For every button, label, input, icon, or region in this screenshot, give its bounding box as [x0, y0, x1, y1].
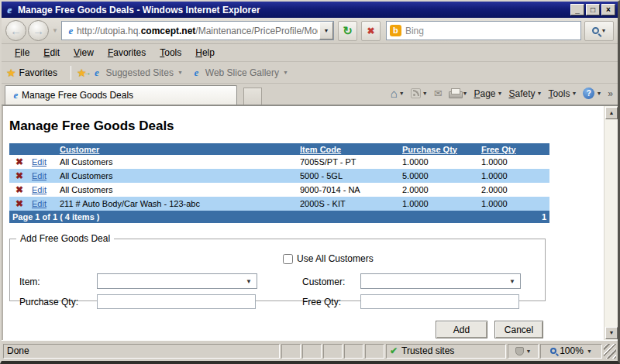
minimize-button[interactable]: _	[570, 4, 584, 15]
edit-link[interactable]: Edit	[32, 157, 46, 167]
delete-column-header	[9, 143, 29, 155]
purchase-qty-input[interactable]	[97, 294, 256, 309]
free-qty-input[interactable]	[360, 294, 519, 309]
item-select[interactable]: ▼	[97, 273, 257, 289]
web-slice-dropdown-icon[interactable]: ▼	[283, 70, 288, 75]
use-all-customers-checkbox[interactable]	[283, 254, 293, 264]
zoom-cell[interactable]: 100% ▼	[540, 344, 602, 359]
deals-table: Customer Item Code Purchase Qty Free Qty…	[9, 143, 549, 211]
menu-file[interactable]: File	[8, 46, 36, 60]
command-bar: ⌂▼ ▼ ✉ ▼ Page▼ Safety▼ Tools▼ ?▼ »	[262, 84, 615, 105]
refresh-icon: ↻	[343, 24, 353, 38]
feeds-button[interactable]: ▼	[409, 87, 429, 100]
back-button[interactable]: ←	[5, 20, 26, 41]
table-pager: Page 1 of 1 ( 4 items ) 1	[9, 211, 549, 223]
suggested-sites-dropdown-icon[interactable]: ▼	[177, 70, 183, 75]
address-dropdown-button[interactable]: ▼	[319, 22, 333, 39]
suggested-sites-icon: e	[91, 67, 102, 79]
safety-menu-label: Safety	[508, 88, 535, 99]
edit-link[interactable]: Edit	[32, 185, 46, 194]
cell-free-qty: 1.0000	[479, 155, 549, 169]
search-dropdown-icon[interactable]: ▼	[601, 28, 607, 33]
menu-favorites[interactable]: Favorites	[101, 46, 153, 60]
tab-manage-free-goods-deals[interactable]: e Manage Free Goods Deals	[5, 85, 237, 105]
scroll-down-button[interactable]: ▼	[605, 327, 618, 339]
edit-link[interactable]: Edit	[32, 199, 46, 208]
edit-link[interactable]: Edit	[32, 171, 46, 180]
table-row: ✖ Edit 211 # Auto Body/Car Wash - 123-ab…	[9, 197, 549, 211]
suggested-sites-button[interactable]: Suggested Sites	[105, 67, 173, 78]
safety-dropdown-icon: ▼	[536, 91, 542, 96]
url-text[interactable]: http://utopia.hq.comcept.net/Maintenance…	[77, 26, 318, 36]
menu-help[interactable]: Help	[188, 46, 222, 60]
page-menu-button[interactable]: Page▼	[472, 87, 504, 101]
zoom-dropdown-icon[interactable]: ▼	[587, 349, 592, 354]
add-favorite-arrow-icon: →	[83, 68, 91, 77]
protected-mode-cell[interactable]: ▼	[508, 344, 539, 359]
refresh-button[interactable]: ↻	[338, 21, 357, 41]
close-button[interactable]: ×	[601, 4, 615, 15]
delete-icon[interactable]: ✖	[16, 198, 23, 209]
table-row: ✖ Edit All Customers 9000-7014 - NA 2.00…	[9, 183, 549, 197]
print-button[interactable]: ▼	[447, 87, 470, 100]
history-dropdown-icon[interactable]: ▼	[52, 27, 58, 34]
column-header-item-code[interactable]: Item Code	[298, 143, 400, 155]
menu-tools[interactable]: Tools	[153, 46, 188, 60]
cell-free-qty: 1.0000	[479, 197, 549, 211]
cancel-button[interactable]: Cancel	[494, 321, 543, 338]
new-tab-button[interactable]	[243, 88, 262, 105]
cell-customer: All Customers	[57, 155, 298, 169]
delete-icon[interactable]: ✖	[16, 156, 23, 167]
column-header-purchase-qty[interactable]: Purchase Qty	[400, 143, 479, 155]
favorites-button[interactable]: Favorites	[19, 67, 57, 78]
add-button[interactable]: Add	[436, 321, 487, 338]
customer-select[interactable]: ▼	[360, 273, 521, 289]
cell-customer: All Customers	[57, 169, 298, 183]
status-cell	[365, 344, 384, 359]
status-cell	[344, 344, 363, 359]
web-slice-icon: e	[191, 67, 202, 79]
search-button[interactable]: ▼	[584, 21, 614, 41]
protected-mode-dropdown-icon[interactable]: ▼	[526, 349, 532, 354]
home-button[interactable]: ⌂▼	[389, 85, 406, 101]
read-mail-button[interactable]: ✉	[432, 86, 444, 101]
tools-menu-button[interactable]: Tools▼	[546, 87, 578, 101]
resize-grip[interactable]	[604, 344, 616, 359]
feeds-dropdown-icon[interactable]: ▼	[422, 91, 428, 96]
security-zone-cell[interactable]: ✔ Trusted sites	[386, 344, 506, 359]
zoom-level: 100%	[560, 345, 584, 356]
menu-view[interactable]: View	[67, 46, 101, 60]
toolbar-overflow-icon[interactable]: »	[608, 88, 613, 99]
search-input[interactable]: b Bing	[386, 21, 581, 40]
column-header-customer[interactable]: Customer	[57, 143, 298, 155]
cell-free-qty: 1.0000	[479, 169, 549, 183]
status-cell	[302, 344, 322, 359]
delete-icon[interactable]: ✖	[16, 170, 23, 181]
safety-menu-button[interactable]: Safety▼	[507, 87, 543, 101]
forward-button[interactable]: →	[28, 20, 49, 41]
table-row: ✖ Edit All Customers 7005S/PT - PT 1.000…	[9, 155, 549, 169]
status-text: Done	[3, 344, 280, 359]
window-title: Manage Free Goods Deals - Windows Intern…	[18, 5, 569, 15]
scroll-up-button[interactable]: ▲	[605, 107, 618, 119]
delete-icon[interactable]: ✖	[16, 184, 23, 195]
pager-summary: Page 1 of 1 ( 4 items )	[12, 212, 99, 221]
table-header-row: Customer Item Code Purchase Qty Free Qty	[9, 143, 549, 155]
bing-logo-icon: b	[390, 25, 401, 36]
stop-button[interactable]: ✖	[361, 21, 381, 41]
address-bar[interactable]: e http://utopia.hq.comcept.net/Maintenan…	[61, 21, 334, 40]
print-dropdown-icon[interactable]: ▼	[463, 91, 468, 96]
menu-bar: File Edit View Favorites Tools Help	[2, 44, 618, 62]
maximize-button[interactable]: □	[586, 4, 600, 15]
web-slice-gallery-button[interactable]: Web Slice Gallery	[205, 67, 279, 78]
help-button[interactable]: ?▼	[581, 86, 603, 101]
menu-edit[interactable]: Edit	[36, 46, 67, 60]
home-dropdown-icon[interactable]: ▼	[399, 91, 405, 96]
url-path: /Maintenance/PriceProfile/ModalDia	[195, 26, 318, 36]
trusted-check-icon: ✔	[390, 345, 398, 356]
tab-bar: e Manage Free Goods Deals ⌂▼ ▼ ✉ ▼ Page▼…	[2, 84, 618, 105]
column-header-free-qty[interactable]: Free Qty	[479, 143, 549, 155]
pager-page-number[interactable]: 1	[542, 212, 546, 221]
cell-item-code: 9000-7014 - NA	[298, 183, 400, 197]
vertical-scrollbar[interactable]: ▲ ▼	[604, 106, 618, 340]
